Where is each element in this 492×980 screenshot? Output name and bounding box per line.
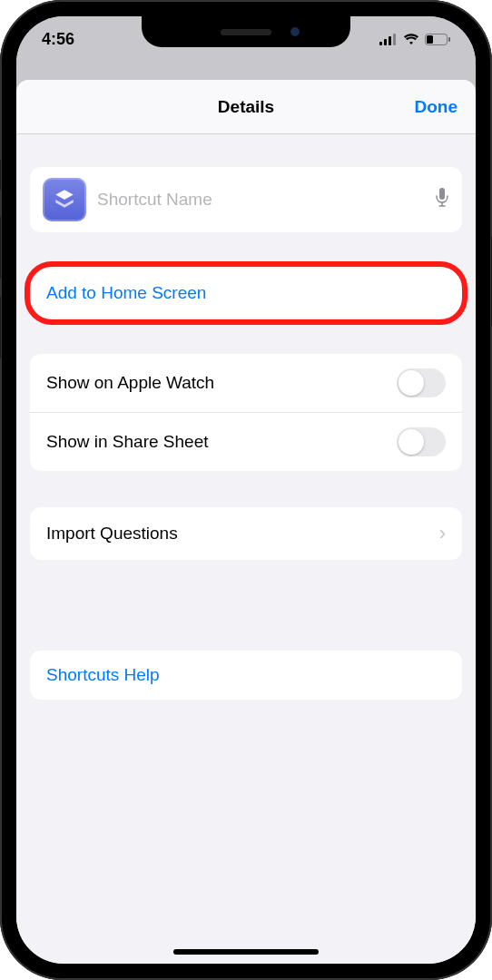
volume-up-button [0,216,1,279]
shortcuts-help-label: Shortcuts Help [46,665,160,685]
name-row [30,167,462,232]
sheet-title: Details [218,97,274,117]
import-card: Import Questions › [30,507,462,560]
apple-watch-row: Show on Apple Watch [30,354,462,412]
screen: 4:56 Details Done [16,16,476,964]
chevron-right-icon: › [439,522,446,545]
sheet-content: Add to Home Screen Show on Apple Watch S… [16,134,476,964]
import-questions-label: Import Questions [46,524,178,544]
sheet-header: Details Done [16,80,476,134]
share-sheet-toggle[interactable] [397,427,446,456]
front-camera [290,27,300,36]
svg-rect-7 [439,188,445,200]
notch [142,16,350,47]
add-home-highlight: Add to Home Screen [30,269,462,318]
apple-watch-toggle[interactable] [397,368,446,397]
svg-rect-2 [389,36,391,45]
add-to-home-screen-row[interactable]: Add to Home Screen [30,269,462,318]
import-questions-row[interactable]: Import Questions › [30,507,462,560]
dictation-icon[interactable] [435,188,449,211]
cellular-icon [379,34,398,45]
status-time: 4:56 [42,30,74,49]
svg-rect-5 [427,35,433,44]
details-sheet: Details Done [16,80,476,964]
name-card [30,167,462,232]
svg-rect-3 [393,34,396,45]
phone-frame: 4:56 Details Done [0,0,492,980]
volume-down-button [0,296,1,359]
share-sheet-label: Show in Share Sheet [46,432,209,452]
svg-rect-6 [448,37,450,42]
shortcut-name-input[interactable] [97,190,424,210]
share-sheet-row: Show in Share Sheet [30,412,462,471]
speaker [221,29,271,35]
add-to-home-screen-label: Add to Home Screen [46,283,206,303]
wifi-icon [403,34,419,45]
mute-switch [0,159,1,191]
svg-rect-1 [384,39,387,45]
shortcut-icon[interactable] [43,178,86,221]
apple-watch-label: Show on Apple Watch [46,373,214,393]
done-button[interactable]: Done [415,97,458,117]
help-card: Shortcuts Help [30,651,462,700]
battery-icon [425,34,450,45]
svg-rect-0 [379,42,382,45]
status-right [379,34,450,45]
toggles-card: Show on Apple Watch Show in Share Sheet [30,354,462,471]
home-indicator[interactable] [173,949,319,955]
shortcuts-help-row[interactable]: Shortcuts Help [30,651,462,700]
shortcuts-glyph-icon [53,188,76,211]
